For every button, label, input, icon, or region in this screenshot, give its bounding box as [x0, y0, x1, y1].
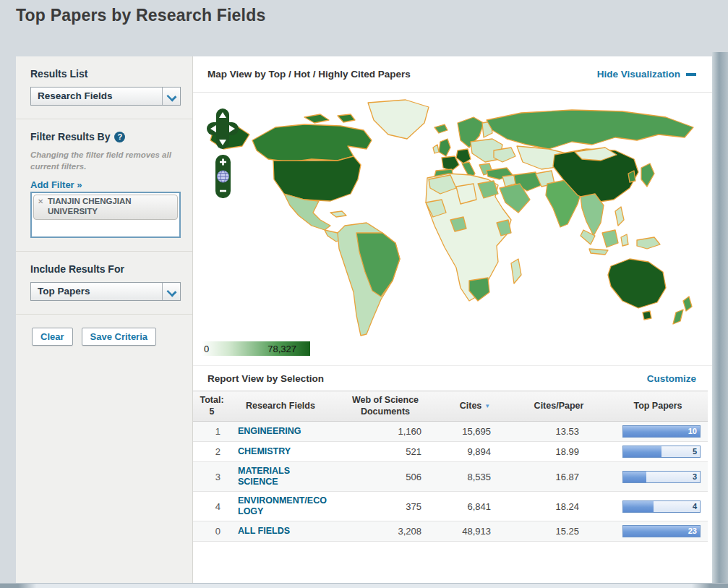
save-criteria-button[interactable]: Save Criteria: [82, 328, 157, 346]
top-papers-value: 23: [688, 526, 697, 537]
cites-per-paper-cell: 15.25: [510, 521, 608, 542]
page-title: Top Papers by Research Fields: [16, 6, 265, 25]
map-view-title: Map View by Top / Hot / Highly Cited Pap…: [207, 69, 411, 80]
help-icon[interactable]: ?: [114, 132, 125, 142]
hide-visualization-link[interactable]: Hide Visualization: [597, 69, 696, 80]
legend-min: 0: [204, 344, 209, 354]
filter-box[interactable]: ✕ TIANJIN CHENGJIAN UNIVERSITY: [30, 192, 181, 238]
column-top-papers[interactable]: Top Papers: [608, 391, 708, 422]
map-legend: 0 78,327: [202, 341, 310, 356]
filter-chip-label: TIANJIN CHENGJIAN UNIVERSITY: [48, 197, 174, 217]
cites-cell: 8,535: [440, 462, 510, 492]
table-row: 2 CHEMISTRY 521 9,894 18.99 5: [193, 442, 708, 462]
rank-cell: 1: [193, 422, 231, 442]
report-view-title: Report View by Selection: [207, 373, 324, 384]
research-field-link[interactable]: MATERIALS SCIENCE: [238, 466, 327, 487]
top-papers-value: 10: [688, 426, 697, 437]
research-field-link[interactable]: ENVIRONMENT/ECOLOGY: [238, 495, 327, 517]
top-papers-value: 4: [693, 501, 697, 512]
sidebar-buttons: Clear Save Criteria: [16, 315, 192, 346]
minus-icon: [686, 73, 696, 76]
total-header: Total: 5: [193, 391, 231, 422]
content-frame: Results List Research Fields Filter Resu…: [16, 56, 712, 583]
top-papers-bar: 10: [622, 425, 701, 438]
results-list-value: Research Fields: [38, 88, 113, 105]
cites-cell: 48,913: [440, 521, 510, 542]
zoom-control: [215, 155, 231, 198]
world-map[interactable]: [196, 98, 702, 344]
filter-section: Filter Results By ? Changing the filter …: [16, 119, 192, 252]
rank-cell: 4: [193, 492, 231, 521]
column-research-fields[interactable]: Research Fields: [231, 391, 330, 422]
cites-cell: 15,695: [440, 422, 510, 442]
report-header: Report View by Selection Customize: [193, 365, 712, 391]
customize-link[interactable]: Customize: [647, 373, 696, 384]
top-papers-bar: 3: [622, 471, 701, 483]
cites-cell: 9,894: [440, 442, 510, 462]
table-header-row: Total: 5 Research Fields Web of Science …: [193, 391, 708, 422]
wos-documents-cell: 3,208: [330, 521, 440, 542]
wos-documents-cell: 1,160: [330, 422, 440, 442]
table-row: 1 ENGINEERING 1,160 15,695 13.53 10: [193, 422, 708, 442]
include-results-heading: Include Results For: [30, 263, 179, 275]
filter-note: Changing the filter field removes all cu…: [30, 150, 179, 172]
legend-max: 78,327: [267, 344, 307, 354]
include-results-value: Top Papers: [38, 283, 90, 300]
top-papers-bar: 23: [622, 525, 701, 537]
clear-button[interactable]: Clear: [32, 328, 73, 346]
cites-per-paper-cell: 18.24: [510, 492, 608, 521]
include-results-dropdown[interactable]: Top Papers: [30, 282, 181, 301]
table-row: 3 MATERIALS SCIENCE 506 8,535 16.87 3: [193, 462, 708, 492]
top-papers-bar: 5: [622, 446, 701, 458]
wos-documents-cell: 375: [330, 492, 440, 521]
cites-per-paper-cell: 13.53: [510, 422, 608, 442]
top-papers-bar-fill: [623, 446, 661, 457]
filter-results-heading: Filter Results By: [30, 131, 110, 142]
cites-cell: 6,841: [440, 492, 510, 521]
map-header: Map View by Top / Hot / Highly Cited Pap…: [193, 56, 712, 93]
sidebar: Results List Research Fields Filter Resu…: [16, 56, 193, 583]
cites-per-paper-cell: 16.87: [510, 462, 608, 492]
map-controls: [206, 108, 239, 220]
report-table: Total: 5 Research Fields Web of Science …: [193, 391, 708, 542]
table-row: 4 ENVIRONMENT/ECOLOGY 375 6,841 18.24 4: [193, 492, 708, 521]
research-field-link[interactable]: ALL FIELDS: [238, 526, 327, 537]
top-papers-bar-fill: [623, 472, 646, 482]
rank-cell: 3: [193, 462, 231, 492]
sort-desc-icon: ▼: [484, 403, 490, 409]
chevron-down-icon[interactable]: [162, 283, 180, 300]
right-scroll-gutter[interactable]: [712, 52, 728, 583]
total-count: 5: [210, 406, 215, 417]
top-papers-value: 3: [693, 472, 697, 482]
wos-documents-cell: 506: [330, 462, 440, 492]
results-list-heading: Results List: [30, 68, 179, 80]
pan-control: [207, 108, 239, 149]
filter-chip[interactable]: ✕ TIANJIN CHENGJIAN UNIVERSITY: [33, 195, 178, 220]
add-filter-link[interactable]: Add Filter »: [30, 179, 82, 190]
chevron-down-icon[interactable]: [162, 88, 180, 105]
research-field-link[interactable]: ENGINEERING: [238, 426, 327, 437]
include-results-section: Include Results For Top Papers: [16, 252, 192, 315]
column-cites-per-paper[interactable]: Cites/Paper: [510, 391, 608, 422]
column-wos-documents[interactable]: Web of Science Documents: [330, 391, 440, 422]
cites-per-paper-cell: 18.99: [510, 442, 608, 462]
rank-cell: 2: [193, 442, 231, 462]
results-list-section: Results List Research Fields: [16, 56, 192, 119]
bottom-scrollbar[interactable]: [0, 583, 728, 588]
top-papers-bar-fill: [623, 501, 654, 512]
research-field-link[interactable]: CHEMISTRY: [238, 446, 327, 457]
wos-documents-cell: 521: [330, 442, 440, 462]
map-area: 0 78,327: [193, 93, 712, 365]
remove-filter-icon[interactable]: ✕: [38, 197, 43, 205]
top-papers-value: 5: [693, 446, 697, 457]
column-cites-sorted[interactable]: Cites▼: [440, 391, 510, 422]
main-panel: Map View by Top / Hot / Highly Cited Pap…: [193, 56, 712, 583]
top-papers-bar: 4: [622, 500, 701, 513]
results-list-dropdown[interactable]: Research Fields: [30, 87, 181, 106]
table-row: 0 ALL FIELDS 3,208 48,913 15.25 23: [193, 521, 708, 542]
rank-cell: 0: [193, 521, 231, 542]
hide-visualization-label: Hide Visualization: [597, 69, 680, 80]
